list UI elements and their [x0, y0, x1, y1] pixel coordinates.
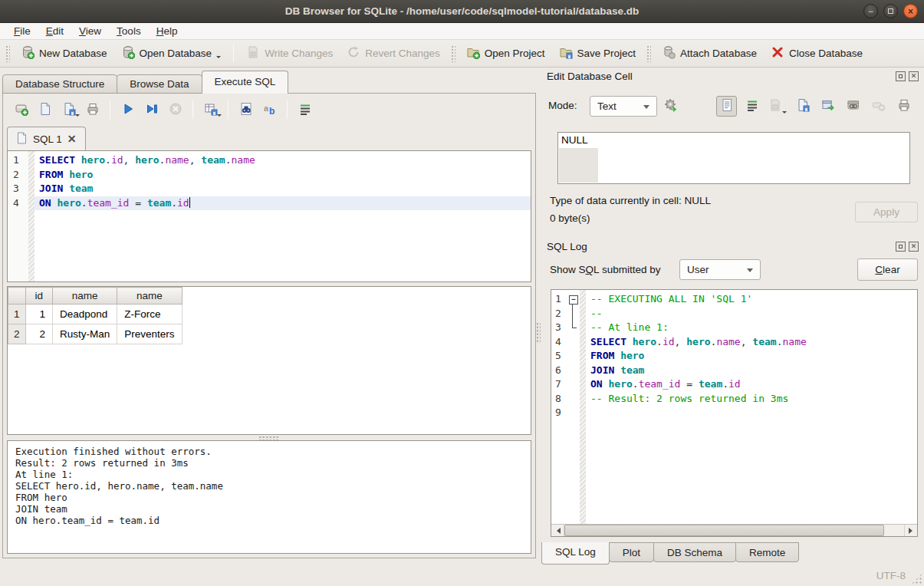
new-database-button[interactable]: New Database	[14, 43, 114, 64]
attach-database-button[interactable]: Attach Database	[655, 43, 764, 64]
tab-browse-data[interactable]: Browse Data	[117, 74, 202, 94]
stop-button	[163, 100, 187, 120]
table-cell[interactable]: 2	[25, 324, 53, 344]
maximize-icon[interactable]	[883, 4, 898, 18]
close-db-icon	[771, 45, 784, 61]
horizontal-scrollbar[interactable]	[551, 524, 917, 536]
new-sql-tab-button[interactable]	[9, 100, 33, 120]
scrollbar-track[interactable]	[564, 525, 904, 536]
menu-file[interactable]: File	[6, 24, 38, 38]
code-line[interactable]: 4ON hero.team_id = team.id	[8, 196, 531, 211]
float-dock-icon[interactable]	[896, 71, 906, 81]
log-filter-combobox[interactable]: User	[679, 259, 761, 280]
row-header[interactable]: 1	[8, 305, 26, 324]
apply-button[interactable]: Apply	[855, 202, 918, 222]
tab-database-structure[interactable]: Database Structure	[2, 74, 117, 94]
close-icon[interactable]: ×	[903, 4, 918, 18]
dropdown-arrow-icon	[782, 111, 787, 116]
save-project-button[interactable]: Save Project	[552, 43, 643, 64]
menu-edit[interactable]: Edit	[38, 24, 71, 38]
save-sql-file-button[interactable]	[57, 100, 81, 120]
code-line[interactable]: 3-- At line 1:	[551, 321, 917, 335]
table-cell[interactable]: Rusty-Man	[53, 324, 117, 344]
new-sql-tab-icon	[15, 102, 28, 118]
clear-button[interactable]: Clear	[857, 258, 918, 281]
tab-remote[interactable]: Remote	[735, 542, 799, 562]
fold-marker-icon[interactable]	[567, 321, 580, 335]
open-sql-file-button[interactable]	[33, 100, 57, 120]
execution-output[interactable]: Execution finished without errors. Resul…	[7, 440, 531, 554]
row-header[interactable]: 2	[8, 324, 26, 344]
text-mode-button[interactable]	[716, 96, 737, 117]
mode-combobox[interactable]: Text	[590, 96, 657, 117]
menu-view[interactable]: View	[71, 24, 109, 38]
code-line[interactable]: 2FROM hero	[8, 168, 531, 183]
tab-plot[interactable]: Plot	[609, 542, 654, 562]
code-line[interactable]: 2--	[551, 307, 917, 321]
results-corner-cell[interactable]	[8, 288, 26, 305]
print-button[interactable]	[893, 96, 914, 117]
titlebar[interactable]: DB Browser for SQLite - /home/user/code/…	[0, 0, 924, 23]
column-header[interactable]: name	[53, 288, 117, 305]
close-database-button[interactable]: Close Database	[764, 43, 870, 64]
format-sql-button[interactable]: ab	[258, 100, 281, 120]
tab-db-schema[interactable]: DB Schema	[653, 542, 736, 562]
fold-marker-icon[interactable]	[567, 307, 580, 321]
window-controls: − ×	[863, 4, 918, 18]
close-tab-icon[interactable]: ✕	[67, 133, 77, 144]
save-file-button[interactable]	[792, 96, 813, 117]
word-wrap-button[interactable]	[293, 100, 317, 120]
table-cell[interactable]: Preventers	[117, 324, 182, 344]
code-line[interactable]: 4SELECT hero.id, hero.name, team.name	[551, 335, 917, 350]
toolbar-drag-handle[interactable]	[646, 45, 651, 62]
code-line[interactable]: 1-- EXECUTING ALL IN 'SQL 1'	[551, 292, 917, 307]
tab-execute-sql[interactable]: Execute SQL	[202, 71, 289, 94]
float-dock-icon[interactable]	[896, 242, 906, 252]
table-cell[interactable]: Deadpond	[53, 305, 117, 324]
column-header[interactable]: name	[117, 288, 182, 305]
minimize-icon[interactable]: −	[863, 4, 878, 18]
code-line[interactable]: 8-- Result: 2 rows returned in 3ms	[551, 392, 917, 407]
print-button[interactable]	[81, 100, 104, 120]
table-cell[interactable]: 1	[25, 305, 53, 324]
code-line[interactable]: 9	[551, 406, 917, 420]
open-database-button[interactable]: Open Database	[114, 43, 229, 64]
attach-db-icon	[662, 45, 676, 61]
code-line[interactable]: 1SELECT hero.id, hero.name, team.name	[8, 153, 531, 168]
menu-help[interactable]: Help	[149, 24, 186, 38]
scrollbar-thumb[interactable]	[564, 525, 884, 536]
export-external-button[interactable]	[817, 96, 838, 117]
sql-file-tab[interactable]: SQL 1 ✕	[7, 127, 86, 150]
execute-line-button[interactable]	[140, 100, 163, 120]
scroll-right-icon[interactable]	[904, 525, 917, 536]
sql-log-view[interactable]: 1-- EXECUTING ALL IN 'SQL 1'2--3-- At li…	[551, 289, 918, 537]
mode-label: Mode:	[548, 100, 577, 111]
code-line[interactable]: 6JOIN team	[551, 364, 917, 378]
code-line[interactable]: 3JOIN team	[8, 182, 531, 196]
toolbar-button-label: Attach Database	[680, 48, 757, 59]
close-dock-icon[interactable]: ✕	[909, 71, 919, 81]
code-line[interactable]: 5FROM hero	[551, 349, 917, 364]
toolbar-drag-handle[interactable]	[5, 45, 10, 62]
cell-value-editor[interactable]: NULL	[557, 132, 910, 184]
find-replace-button[interactable]	[234, 100, 258, 120]
save-results-button[interactable]	[199, 100, 222, 120]
code-text: -- At line 1:	[586, 321, 673, 335]
toolbar-drag-handle[interactable]	[451, 45, 455, 62]
fold-marker-icon[interactable]	[567, 292, 580, 307]
app-window: DB Browser for SQLite - /home/user/code/…	[0, 0, 924, 586]
table-cell[interactable]: Z-Force	[117, 305, 182, 324]
copy-link-button[interactable]	[843, 96, 863, 117]
close-dock-icon[interactable]: ✕	[909, 242, 919, 252]
auto-mode-button[interactable]	[660, 96, 681, 117]
word-wrap-button[interactable]	[742, 96, 762, 117]
chevron-down-icon	[643, 105, 649, 112]
tab-sql-log[interactable]: SQL Log	[541, 542, 610, 565]
scroll-left-icon[interactable]	[551, 525, 564, 536]
sql-editor[interactable]: 1SELECT hero.id, hero.name, team.name2FR…	[7, 150, 531, 282]
execute-all-button[interactable]	[116, 100, 140, 120]
menu-tools[interactable]: Tools	[109, 24, 149, 38]
open-project-button[interactable]: Open Project	[459, 43, 552, 64]
code-line[interactable]: 7ON hero.team_id = team.id	[551, 377, 917, 392]
column-header[interactable]: id	[25, 288, 53, 305]
